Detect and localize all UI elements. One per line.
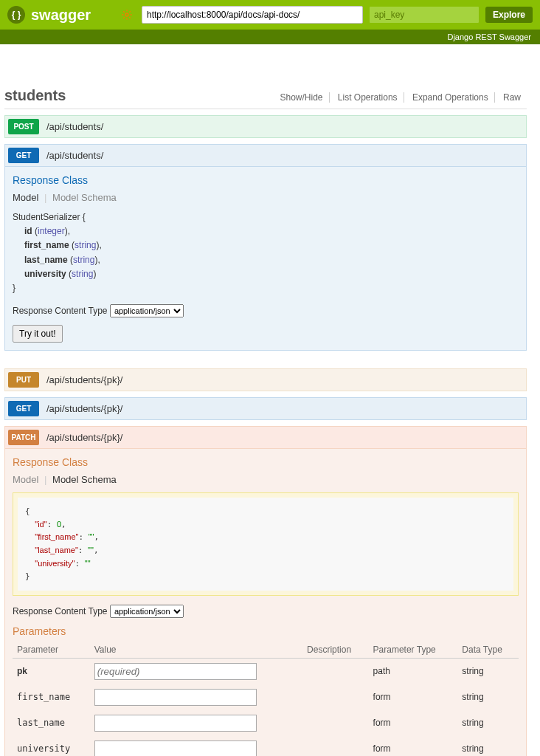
tab-model-schema[interactable]: Model Schema <box>52 474 117 485</box>
op-bar[interactable]: GET /api/students/{pk}/ <box>4 397 527 420</box>
table-row: pkpathstring <box>13 658 519 684</box>
table-row: first_nameformstring <box>13 684 519 710</box>
api-url-input[interactable] <box>142 6 363 24</box>
op-bar[interactable]: GET /api/students/ <box>4 144 527 167</box>
content-type-row: Response Content Type application/json <box>13 304 519 317</box>
schema-tabs: Model | Model Schema <box>13 192 519 203</box>
op-patch: PATCH /api/students/{pk}/ Response Class… <box>4 426 527 756</box>
response-class-title: Response Class <box>13 174 519 186</box>
op-bar[interactable]: POST /api/students/ <box>4 115 527 138</box>
op-path: /api/students/{pk}/ <box>46 403 122 414</box>
schema-tabs: Model | Model Schema <box>13 474 519 485</box>
op-path: /api/students/{pk}/ <box>46 374 122 385</box>
header-bar: { } swagger Explore <box>0 0 540 30</box>
op-body: Response Class Model | Model Schema { "i… <box>4 449 527 756</box>
model-view: StudentSerializer { id (integer),first_n… <box>13 210 519 295</box>
param-input-university[interactable] <box>94 740 257 756</box>
method-badge: GET <box>8 148 39 163</box>
op-path: /api/students/ <box>46 121 103 132</box>
op-put: PUT /api/students/{pk}/ <box>4 368 527 391</box>
showhide-link[interactable]: Show/Hide <box>274 92 329 103</box>
list-ops-link[interactable]: List Operations <box>332 92 404 103</box>
op-path: /api/students/{pk}/ <box>46 432 122 443</box>
param-input-pk[interactable] <box>94 663 257 680</box>
op-body: Response Class Model | Model Schema Stud… <box>4 167 527 351</box>
op-get: GET /api/students/ Response Class Model … <box>4 144 527 351</box>
op-get-pk: GET /api/students/{pk}/ <box>4 397 527 420</box>
app-name: swagger <box>31 7 91 24</box>
param-input-first_name[interactable] <box>94 689 257 706</box>
expand-ops-link[interactable]: Expand Operations <box>406 92 495 103</box>
content-type-row: Response Content Type application/json <box>13 605 519 618</box>
method-badge: GET <box>8 401 39 416</box>
op-bar[interactable]: PUT /api/students/{pk}/ <box>4 368 527 391</box>
resource-ops: Show/Hide List Operations Expand Operati… <box>274 92 527 103</box>
tab-model[interactable]: Model <box>13 192 38 203</box>
explore-button[interactable]: Explore <box>485 7 533 23</box>
method-badge: PATCH <box>8 430 39 445</box>
content-type-select[interactable]: application/json <box>110 304 184 317</box>
resource-students: students Show/Hide List Operations Expan… <box>4 78 527 109</box>
api-key-input[interactable] <box>369 6 480 24</box>
schema-json-pre: { "id": 0, "first_name": "", "last_name"… <box>18 498 513 591</box>
table-row: universityformstring <box>13 736 519 756</box>
op-bar[interactable]: PATCH /api/students/{pk}/ <box>4 426 527 449</box>
tab-model-schema[interactable]: Model Schema <box>52 192 117 203</box>
response-class-title: Response Class <box>13 456 519 468</box>
resource-title[interactable]: students <box>4 87 66 104</box>
content-type-select[interactable]: application/json <box>110 605 184 618</box>
try-button[interactable]: Try it out! <box>13 325 63 343</box>
schema-json-box: { "id": 0, "first_name": "", "last_name"… <box>13 492 519 596</box>
parameters-table: Parameter Value Description Parameter Ty… <box>13 642 519 756</box>
method-badge: PUT <box>8 372 39 388</box>
op-path: /api/students/ <box>46 150 103 161</box>
tab-model[interactable]: Model <box>13 474 38 485</box>
swagger-logo-icon: { } <box>7 6 25 24</box>
param-input-last_name[interactable] <box>94 715 257 732</box>
parameters-title: Parameters <box>13 625 519 637</box>
subheader-label: Django REST Swagger <box>0 30 540 44</box>
raw-link[interactable]: Raw <box>497 92 527 103</box>
table-row: last_nameformstring <box>13 710 519 736</box>
op-post: POST /api/students/ <box>4 115 527 138</box>
svg-point-0 <box>125 13 128 16</box>
method-badge: POST <box>8 119 39 134</box>
gear-icon <box>121 9 133 21</box>
